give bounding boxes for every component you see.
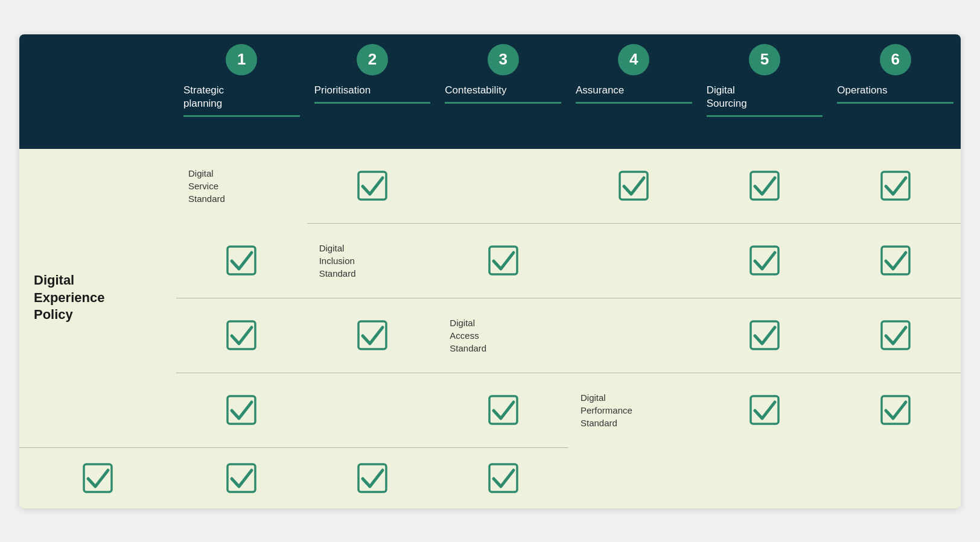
header-col-label-4: Assurance [576, 84, 692, 104]
circle-number-4: 4 [618, 44, 649, 75]
header-col-label-2: Prioritisation [314, 84, 431, 104]
data-cell-r2-c0 [568, 298, 699, 373]
data-cell-r0-c0 [307, 149, 438, 223]
data-cell-r3-c1 [830, 373, 961, 447]
table-header: 1Strategic planning2Prioritisation3Conte… [19, 34, 961, 149]
header-col-4: 4Assurance [568, 34, 699, 149]
row-label-text-2: Digital Access Standard [450, 317, 486, 355]
data-cell-r3-c2 [19, 447, 176, 508]
data-cell-r1-c4 [176, 298, 307, 373]
data-cell-r1-c3 [830, 223, 961, 298]
header-col-label-1: Strategic planning [183, 84, 300, 117]
circle-number-1: 1 [226, 44, 257, 75]
circle-number-3: 3 [488, 44, 519, 75]
checkbox-icon-r0-c2 [618, 170, 649, 201]
checkbox-icon-r0-c5 [226, 245, 257, 276]
data-cell-r2-c2 [830, 298, 961, 373]
data-cell-r0-c5 [176, 223, 307, 298]
circle-number-5: 5 [749, 44, 780, 75]
data-cell-r3-c5 [438, 447, 568, 508]
main-table: 1Strategic planning2Prioritisation3Conte… [19, 34, 961, 508]
row-label-text-0: Digital Service Standard [188, 167, 225, 205]
row-label-text-3: Digital Performance Standard [581, 391, 632, 429]
checkbox-icon-r2-c1 [749, 320, 780, 351]
row-label-3: Digital Performance Standard [568, 373, 699, 447]
header-col-5: 5Digital Sourcing [699, 34, 830, 149]
header-col-2: 2Prioritisation [307, 34, 438, 149]
data-cell-r2-c5 [438, 373, 568, 447]
data-cell-r0-c1 [438, 149, 568, 223]
header-col-1: 1Strategic planning [176, 34, 307, 149]
circle-number-6: 6 [880, 44, 911, 75]
row-label-0: Digital Service Standard [176, 149, 307, 223]
header-col-label-3: Contestability [445, 84, 561, 104]
circle-number-2: 2 [357, 44, 388, 75]
checkbox-icon-r0-c0 [357, 170, 388, 201]
checkbox-icon-r2-c5 [488, 394, 519, 426]
data-cell-r0-c4 [830, 149, 961, 223]
row-label-text-1: Digital Inclusion Standard [319, 242, 356, 280]
row-label-2: Digital Access Standard [438, 298, 568, 373]
data-cell-r0-c2 [568, 149, 699, 223]
data-cell-r1-c5 [307, 298, 438, 373]
data-cell-r1-c1 [568, 223, 699, 298]
header-col-label-5: Digital Sourcing [707, 84, 823, 117]
header-col-label-6: Operations [837, 84, 953, 104]
checkbox-icon-r3-c0 [749, 394, 780, 426]
data-cell-r3-c0 [699, 373, 830, 447]
checkbox-icon-r3-c3 [226, 462, 257, 494]
checkbox-icon-r3-c4 [357, 462, 388, 494]
data-cell-r2-c4 [307, 373, 438, 447]
data-cell-r2-c3 [176, 373, 307, 447]
checkbox-icon-r1-c3 [880, 245, 911, 276]
data-cell-r2-c1 [699, 298, 830, 373]
checkbox-icon-r1-c4 [226, 320, 257, 351]
data-cell-r1-c2 [699, 223, 830, 298]
left-policy-label: Digital Experience Policy [19, 149, 176, 447]
checkbox-icon-r2-c2 [880, 320, 911, 351]
checkbox-icon-r1-c2 [749, 245, 780, 276]
policy-label-text: Digital Experience Policy [34, 272, 104, 324]
checkbox-icon-r3-c1 [880, 394, 911, 426]
row-label-1: Digital Inclusion Standard [307, 223, 438, 298]
data-cell-r3-c3 [176, 447, 307, 508]
header-col-3: 3Contestability [438, 34, 568, 149]
checkbox-icon-r2-c3 [226, 394, 257, 426]
table-body: Digital Experience Policy Digital Servic… [19, 149, 961, 508]
iof-states-header [19, 34, 176, 149]
checkbox-icon-r3-c2 [82, 462, 113, 494]
data-cell-r0-c3 [699, 149, 830, 223]
checkbox-icon-r0-c4 [880, 170, 911, 201]
checkbox-icon-r1-c0 [488, 245, 519, 276]
checkbox-icon-r3-c5 [488, 462, 519, 494]
checkbox-icon-r0-c3 [749, 170, 780, 201]
header-col-6: 6Operations [830, 34, 961, 149]
checkbox-icon-r1-c5 [357, 320, 388, 351]
data-cell-r3-c4 [307, 447, 438, 508]
data-cell-r1-c0 [438, 223, 568, 298]
